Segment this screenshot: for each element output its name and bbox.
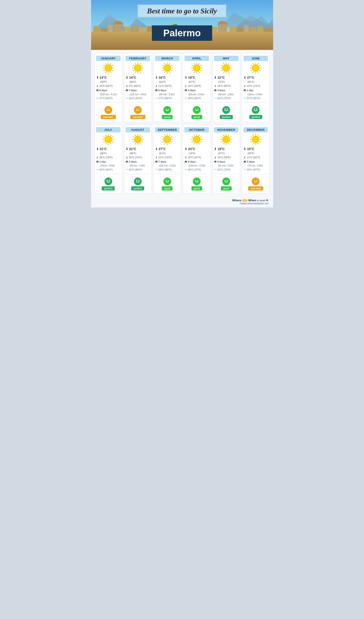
svg-line-85 xyxy=(199,72,199,73)
rain-days: 🌧 5 days xyxy=(155,88,180,93)
svg-line-204 xyxy=(228,143,229,144)
svg-line-179 xyxy=(171,137,172,137)
svg-line-135 xyxy=(112,141,113,142)
temp-high-f: (74°F) xyxy=(189,152,209,155)
rain-days: 🌧 1 day xyxy=(96,160,121,164)
rating-smiley xyxy=(163,106,171,114)
rain-amount: (134 mm - 5.3in) xyxy=(189,164,209,168)
temp-low: 🌡 9°C (49°F) xyxy=(126,84,150,88)
svg-line-196 xyxy=(200,137,201,137)
sea-temp: 〰 17°C (63°F) xyxy=(155,96,180,101)
sun-icon xyxy=(250,62,262,74)
rain-amount: (131 mm - 5.2in) xyxy=(159,164,180,168)
months-row-2: JULY 🌡 31°C (88°F) 🌡 26°C (79°F) 🌧 1 day… xyxy=(95,125,270,193)
divider xyxy=(96,174,121,174)
sun-icon xyxy=(250,133,262,146)
svg-point-48 xyxy=(109,109,110,110)
temp-high: 🌡 27°C xyxy=(155,146,180,152)
sea-temp: 〰 27°C (81°F) xyxy=(243,96,268,101)
svg-rect-18 xyxy=(218,25,227,32)
svg-line-176 xyxy=(165,135,165,136)
svg-line-94 xyxy=(200,65,201,66)
svg-line-37 xyxy=(104,70,105,71)
rating-smiley xyxy=(252,177,260,185)
rating-smiley xyxy=(163,177,171,185)
rating-badge: tolerable xyxy=(101,115,116,119)
temp-high: 🌡 19°C xyxy=(214,146,238,152)
svg-line-104 xyxy=(224,72,224,73)
svg-line-210 xyxy=(224,135,224,136)
svg-point-114 xyxy=(222,106,230,114)
svg-point-82 xyxy=(168,109,169,110)
svg-line-34 xyxy=(110,72,111,73)
rating-smiley xyxy=(134,177,142,185)
svg-point-97 xyxy=(193,106,201,114)
svg-point-149 xyxy=(107,180,108,181)
svg-line-206 xyxy=(224,143,224,144)
rain-days: 🌧 3 days xyxy=(214,88,238,93)
svg-point-113 xyxy=(224,65,229,71)
svg-line-159 xyxy=(135,135,136,136)
temp-high-f: (81°F) xyxy=(159,152,180,155)
weather-info: 🌡 14°C (58°F) 🌡 9°C (49°F) 🌧 7 days (116… xyxy=(126,75,150,101)
svg-line-74 xyxy=(165,63,165,64)
svg-line-158 xyxy=(133,137,134,137)
rating-smiley xyxy=(222,177,230,185)
rain-amount: (13mm - 0.5in) xyxy=(100,164,121,168)
rain-amount: (81 mm - 3.2in) xyxy=(218,164,238,168)
svg-line-57 xyxy=(135,63,136,64)
svg-rect-25 xyxy=(237,27,243,32)
svg-line-33 xyxy=(112,70,113,71)
temp-high-f: (59°F) xyxy=(248,152,268,155)
month-name: MAY xyxy=(214,56,238,61)
svg-point-80 xyxy=(163,106,171,114)
rating-smiley xyxy=(134,106,142,114)
svg-line-119 xyxy=(258,72,258,73)
weather-info: 🌡 27°C (81°F) 🌡 23°C (74°F) 🌧 1 day (22m… xyxy=(243,75,268,101)
svg-line-155 xyxy=(135,143,136,144)
weather-info: 🌡 31°C (88°F) 🌡 26°C (79°F) 🌧 1 day (13m… xyxy=(96,146,121,172)
month-name: SEPTEMBER xyxy=(155,127,180,132)
rain-days: 🌧 1 day xyxy=(243,88,268,93)
divider xyxy=(214,102,238,103)
months-row-1: JANUARY 🌡 14°C (58°F) 🌡 10°C (50°F) 🌧 6 … xyxy=(95,53,270,122)
temp-low: 🌡 11°C (52°F) xyxy=(243,155,268,160)
svg-line-189 xyxy=(194,143,195,144)
svg-point-215 xyxy=(224,137,229,142)
rain-days: 🌧 5 days xyxy=(214,160,238,164)
month-column: FEBRUARY 🌡 14°C (58°F) 🌡 9°C (49°F) 🌧 7 … xyxy=(124,53,152,122)
temp-low: 🌡 26°C (79°F) xyxy=(126,155,150,160)
sea-temp: 〰 28°C (83°F) xyxy=(155,168,180,172)
page-wrapper: Best time to go to Sicily Palermo JANUAR… xyxy=(91,0,273,208)
svg-point-116 xyxy=(227,108,228,109)
temp-high-f: (67°F) xyxy=(189,80,209,84)
svg-line-122 xyxy=(251,70,252,71)
sea-temp: 〰 23°C (74°F) xyxy=(214,168,238,172)
divider xyxy=(214,174,238,174)
svg-rect-7 xyxy=(108,25,113,32)
month-column: SEPTEMBER 🌡 27°C (81°F) 🌡 23°C (74°F) 🌧 … xyxy=(154,125,181,193)
svg-line-107 xyxy=(222,65,223,66)
svg-point-183 xyxy=(166,180,167,181)
sun-icon xyxy=(161,133,173,146)
month-column: DECEMBER 🌡 15°C (59°F) 🌡 11°C (52°F) 🌧 5… xyxy=(242,125,269,193)
rating-section: perfect xyxy=(220,106,233,119)
sun-icon xyxy=(102,133,114,146)
divider xyxy=(243,174,268,174)
svg-point-233 xyxy=(252,178,260,185)
svg-line-207 xyxy=(222,141,223,142)
svg-line-125 xyxy=(253,63,254,64)
month-name: FEBRUARY xyxy=(126,56,150,61)
rating-smiley xyxy=(104,106,112,114)
svg-line-223 xyxy=(253,143,254,144)
svg-point-201 xyxy=(197,180,198,181)
svg-line-190 xyxy=(192,141,193,142)
svg-line-77 xyxy=(171,65,172,66)
svg-point-164 xyxy=(135,137,140,142)
rating-section: good xyxy=(162,177,172,190)
weather-info: 🌡 19°C (67°F) 🌡 14°C (58°F) 🌧 4 days (60… xyxy=(184,75,209,101)
rating-badge: good xyxy=(162,115,172,119)
svg-line-127 xyxy=(258,63,258,64)
svg-point-62 xyxy=(135,65,140,71)
svg-line-101 xyxy=(230,70,231,71)
